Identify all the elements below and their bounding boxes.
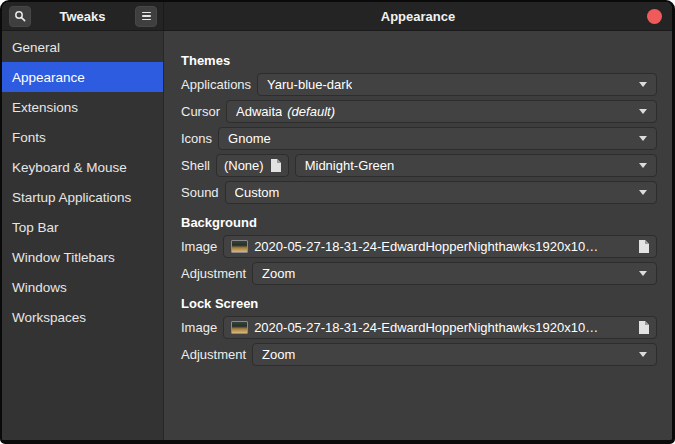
image-thumbnail-icon	[231, 240, 248, 253]
section-title-lock-screen: Lock Screen	[181, 296, 657, 311]
search-icon	[14, 10, 26, 22]
setting-row-cursor: Cursor Adwaita (default)	[181, 100, 657, 123]
lockscreen-image-button[interactable]: 2020-05-27-18-31-24-EdwardHopperNighthaw…	[223, 316, 657, 339]
appearance-panel: Themes Applications Yaru-blue-dark Curso…	[164, 31, 672, 440]
chevron-down-icon	[639, 271, 647, 276]
shell-theme-file-button[interactable]: (None)	[216, 154, 289, 177]
chevron-down-icon	[639, 82, 647, 87]
sidebar: General Appearance Extensions Fonts Keyb…	[2, 31, 164, 440]
document-open-icon	[638, 240, 649, 253]
image-label: Image	[181, 320, 217, 335]
cursor-label: Cursor	[181, 104, 220, 119]
search-button[interactable]	[9, 6, 31, 27]
applications-label: Applications	[181, 77, 251, 92]
document-open-icon	[638, 321, 649, 334]
setting-row-shell: Shell (None) Midnight-Green	[181, 154, 657, 177]
image-label: Image	[181, 239, 217, 254]
sidebar-item-general[interactable]: General	[2, 32, 163, 62]
close-button[interactable]	[647, 9, 662, 24]
themes-section: Themes Applications Yaru-blue-dark Curso…	[181, 53, 657, 204]
chevron-down-icon	[639, 163, 647, 168]
background-adjustment-combobox[interactable]: Zoom	[252, 262, 657, 285]
document-open-icon	[270, 159, 281, 172]
adjustment-label: Adjustment	[181, 347, 246, 362]
page-title: Appearance	[381, 9, 455, 24]
applications-theme-combobox[interactable]: Yaru-blue-dark	[257, 73, 657, 96]
lockscreen-adjustment-combobox[interactable]: Zoom	[252, 343, 657, 366]
setting-row-lockscreen-adjustment: Adjustment Zoom	[181, 343, 657, 366]
chevron-down-icon	[639, 190, 647, 195]
adjustment-label: Adjustment	[181, 266, 246, 281]
sidebar-item-workspaces[interactable]: Workspaces	[2, 302, 163, 332]
hamburger-icon	[142, 12, 151, 21]
setting-row-applications: Applications Yaru-blue-dark	[181, 73, 657, 96]
cursor-theme-combobox[interactable]: Adwaita (default)	[226, 100, 657, 123]
sidebar-item-extensions[interactable]: Extensions	[2, 92, 163, 122]
tweaks-window: Tweaks Appearance General Appearance Ext…	[0, 0, 675, 444]
sidebar-item-top-bar[interactable]: Top Bar	[2, 212, 163, 242]
setting-row-background-adjustment: Adjustment Zoom	[181, 262, 657, 285]
menu-button[interactable]	[135, 6, 157, 27]
sidebar-header: Tweaks	[2, 2, 164, 30]
section-title-background: Background	[181, 215, 657, 230]
shell-label: Shell	[181, 158, 210, 173]
chevron-down-icon	[639, 109, 647, 114]
setting-row-background-image: Image 2020-05-27-18-31-24-EdwardHopperNi…	[181, 235, 657, 258]
chevron-down-icon	[639, 352, 647, 357]
app-title: Tweaks	[59, 9, 105, 24]
titlebar: Tweaks Appearance	[2, 2, 672, 31]
default-note: (default)	[287, 104, 335, 119]
sidebar-item-startup-applications[interactable]: Startup Applications	[2, 182, 163, 212]
sidebar-item-window-titlebars[interactable]: Window Titlebars	[2, 242, 163, 272]
image-thumbnail-icon	[231, 321, 248, 334]
setting-row-lockscreen-image: Image 2020-05-27-18-31-24-EdwardHopperNi…	[181, 316, 657, 339]
sound-label: Sound	[181, 185, 219, 200]
sidebar-item-appearance[interactable]: Appearance	[2, 62, 163, 92]
section-title-themes: Themes	[181, 53, 657, 68]
sidebar-item-windows[interactable]: Windows	[2, 272, 163, 302]
sound-theme-combobox[interactable]: Custom	[225, 181, 657, 204]
icons-theme-combobox[interactable]: Gnome	[218, 127, 657, 150]
icons-label: Icons	[181, 131, 212, 146]
shell-theme-combobox[interactable]: Midnight-Green	[295, 154, 657, 177]
background-image-button[interactable]: 2020-05-27-18-31-24-EdwardHopperNighthaw…	[223, 235, 657, 258]
setting-row-sound: Sound Custom	[181, 181, 657, 204]
sidebar-item-fonts[interactable]: Fonts	[2, 122, 163, 152]
lock-screen-section: Lock Screen Image 2020-05-27-18-31-24-Ed…	[181, 296, 657, 366]
setting-row-icons: Icons Gnome	[181, 127, 657, 150]
main-header: Appearance	[164, 2, 672, 30]
background-section: Background Image 2020-05-27-18-31-24-Edw…	[181, 215, 657, 285]
sidebar-item-keyboard-mouse[interactable]: Keyboard & Mouse	[2, 152, 163, 182]
chevron-down-icon	[639, 136, 647, 141]
